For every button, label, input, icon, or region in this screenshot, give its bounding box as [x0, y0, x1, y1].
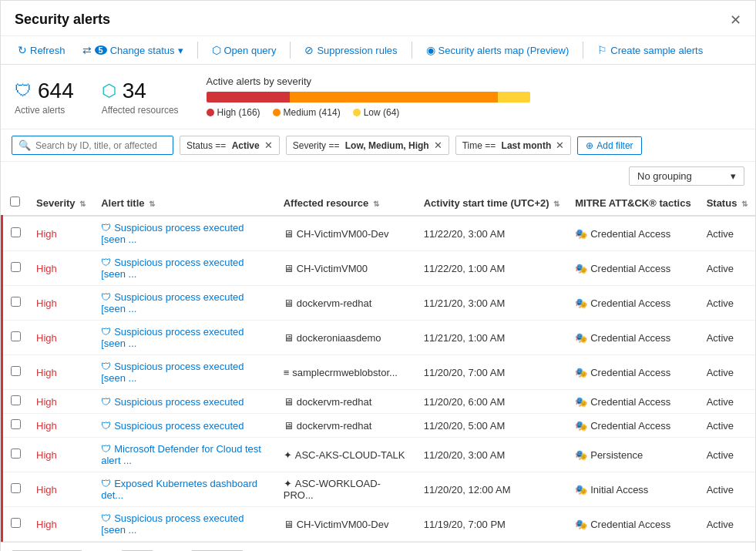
window-title: Security alerts: [15, 12, 110, 28]
row-checkbox[interactable]: [11, 297, 21, 307]
create-sample-icon: ⚐: [597, 44, 607, 56]
table-header-row: Severity ⇅ Alert title ⇅ Affected resour…: [2, 190, 756, 216]
open-query-button[interactable]: ⬡ Open query: [206, 41, 283, 59]
row-checkbox-cell: [2, 321, 29, 355]
high-label: High (166): [217, 107, 260, 118]
suppression-rules-button[interactable]: ⊘ Suppression rules: [298, 41, 403, 59]
table-row: High 🛡Suspicious process executed [seen …: [2, 507, 756, 542]
grouping-label: No grouping: [637, 170, 692, 182]
row-title[interactable]: 🛡Suspicious process executed [seen ...: [93, 251, 276, 286]
resource-icon: ✦: [284, 478, 292, 489]
shield-icon: 🛡: [15, 81, 32, 101]
suppression-label: Suppression rules: [317, 45, 397, 56]
col-activity-start[interactable]: Activity start time (UTC+2) ⇅: [416, 190, 568, 216]
row-status: Active: [699, 355, 755, 390]
row-checkbox[interactable]: [11, 449, 21, 459]
row-checkbox[interactable]: [11, 227, 21, 237]
row-checkbox[interactable]: [11, 419, 21, 429]
row-mitre: 🎭Credential Access: [567, 355, 698, 390]
row-title[interactable]: 🛡Suspicious process executed [seen ...: [93, 321, 276, 355]
resource-icon: ≡: [284, 367, 290, 378]
row-time: 11/21/20, 1:00 AM: [416, 321, 568, 355]
alerts-map-button[interactable]: ◉ Security alerts map (Preview): [420, 41, 576, 59]
medium-dot: [273, 109, 281, 116]
alert-shield-icon: 🛡: [101, 478, 111, 489]
row-title[interactable]: 🛡Suspicious process executed [seen ...: [93, 507, 276, 542]
row-checkbox-cell: [2, 286, 29, 321]
pagination-bar: < Previous Page 1 of 17 Next >: [1, 542, 755, 551]
row-resource: 🖥dockervm-redhat: [276, 286, 416, 321]
row-title[interactable]: 🛡Exposed Kubernetes dashboard det...: [93, 472, 276, 507]
row-checkbox[interactable]: [11, 366, 21, 376]
row-checkbox-cell: [2, 472, 29, 507]
severity-filter-remove[interactable]: ✕: [434, 139, 442, 151]
search-icon: 🔍: [18, 139, 31, 151]
time-filter-key: Time ==: [462, 140, 499, 151]
mitre-icon: 🎭: [575, 263, 587, 274]
grouping-chevron: ▾: [731, 170, 736, 182]
mitre-icon: 🎭: [575, 297, 587, 309]
status-filter-remove[interactable]: ✕: [264, 139, 273, 151]
change-status-label: Change status: [110, 45, 175, 56]
time-sort-icon: ⇅: [553, 200, 559, 208]
change-status-chevron: ▾: [178, 45, 183, 56]
row-checkbox[interactable]: [11, 262, 21, 272]
legend-low: Low (64): [353, 107, 400, 118]
resource-icon: 🖥: [284, 263, 294, 274]
col-status[interactable]: Status ⇅: [699, 190, 755, 216]
row-checkbox[interactable]: [11, 331, 21, 341]
row-title[interactable]: 🛡Microsoft Defender for Cloud test alert…: [93, 438, 276, 472]
col-severity[interactable]: Severity ⇅: [29, 190, 93, 216]
add-filter-button[interactable]: ⊕ Add filter: [577, 136, 641, 155]
time-filter-chip: Time == Last month ✕: [455, 136, 572, 155]
col-alert-title[interactable]: Alert title ⇅: [93, 190, 276, 216]
mitre-icon: 🎭: [575, 420, 587, 432]
search-input[interactable]: [35, 140, 159, 151]
time-filter-remove[interactable]: ✕: [556, 139, 564, 151]
row-checkbox[interactable]: [11, 395, 21, 405]
col-affected-resource[interactable]: Affected resource ⇅: [276, 190, 416, 216]
row-mitre: 🎭Credential Access: [567, 251, 698, 286]
change-status-button[interactable]: ⇄ 5 Change status ▾: [76, 41, 190, 59]
time-filter-val: Last month: [502, 140, 552, 151]
row-resource: 🖥CH-VictimVM00: [276, 251, 416, 286]
mitre-icon: 🎭: [575, 228, 587, 240]
row-title[interactable]: 🛡Suspicious process executed: [93, 390, 276, 414]
row-time: 11/20/20, 7:00 AM: [416, 355, 568, 390]
create-sample-button[interactable]: ⚐ Create sample alerts: [591, 41, 709, 59]
refresh-button[interactable]: ↻ Refresh: [12, 41, 72, 59]
change-status-badge: 5: [95, 45, 107, 55]
change-status-icon: ⇄: [82, 44, 92, 56]
row-checkbox-cell: [2, 414, 29, 438]
high-dot: [207, 109, 214, 116]
row-title[interactable]: 🛡Suspicious process executed [seen ...: [93, 216, 276, 251]
search-box[interactable]: 🔍: [12, 136, 173, 155]
grouping-dropdown[interactable]: No grouping ▾: [629, 166, 744, 186]
row-severity: High: [29, 251, 93, 286]
row-checkbox[interactable]: [11, 518, 21, 528]
mitre-icon: 🎭: [575, 396, 587, 408]
mitre-icon: 🎭: [575, 332, 587, 344]
row-mitre: 🎭Credential Access: [567, 507, 698, 542]
row-title[interactable]: 🛡Suspicious process executed [seen ...: [93, 355, 276, 390]
alerts-map-icon: ◉: [426, 44, 435, 56]
legend-high: High (166): [207, 107, 260, 118]
row-mitre: 🎭Persistence: [567, 438, 698, 472]
legend-medium: Medium (414): [273, 107, 341, 118]
select-all-checkbox[interactable]: [10, 197, 20, 207]
resource-icon: 🖥: [284, 519, 294, 530]
mitre-icon: 🎭: [575, 519, 587, 530]
refresh-label: Refresh: [30, 45, 66, 56]
stats-bar: 🛡 644 Active alerts ⬡ 34 Affected resour…: [1, 65, 755, 129]
row-status: Active: [699, 472, 755, 507]
row-title[interactable]: 🛡Suspicious process executed [seen ...: [93, 286, 276, 321]
row-resource: 🖥dockeroniaasdemo: [276, 321, 416, 355]
row-resource: 🖥CH-VictimVM00-Dev: [276, 507, 416, 542]
active-alerts-stat: 🛡 644 Active alerts: [15, 79, 74, 116]
row-title[interactable]: 🛡Suspicious process executed: [93, 414, 276, 438]
close-button[interactable]: ✕: [730, 13, 741, 27]
row-checkbox[interactable]: [11, 483, 21, 493]
status-filter-key: Status ==: [186, 140, 229, 151]
severity-chart: Active alerts by severity High (166) Med…: [207, 76, 741, 118]
row-status: Active: [699, 286, 755, 321]
